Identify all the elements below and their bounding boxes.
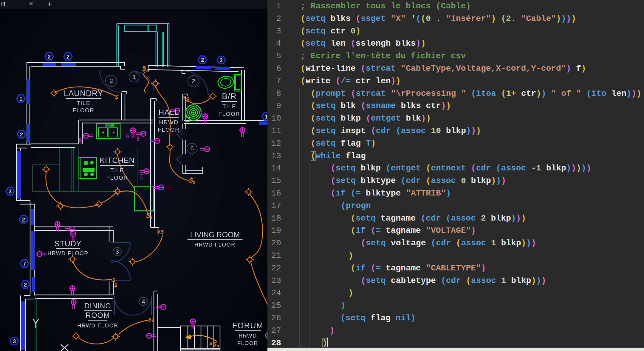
svg-text:$: $	[160, 229, 164, 235]
svg-text:149: 149	[136, 136, 140, 141]
svg-text:DINING: DINING	[84, 302, 111, 310]
svg-text:7: 7	[23, 261, 26, 267]
svg-text:2: 2	[201, 57, 204, 63]
svg-text:FLOOR: FLOOR	[219, 111, 240, 117]
svg-text:GFI: GFI	[126, 133, 129, 138]
svg-text:HRWD: HRWD	[239, 333, 257, 339]
svg-text:6: 6	[190, 145, 194, 152]
svg-text:ROOM: ROOM	[86, 311, 110, 319]
svg-text:FLOOR: FLOOR	[158, 127, 180, 133]
svg-text:TILE: TILE	[77, 100, 90, 106]
svg-text:2: 2	[24, 281, 27, 288]
svg-text:1: 1	[132, 73, 136, 80]
svg-text:HALL: HALL	[158, 108, 179, 117]
svg-text:t1: t1	[1, 1, 6, 7]
svg-text:$: $	[112, 277, 116, 283]
svg-text:3: 3	[13, 338, 16, 344]
svg-text:1: 1	[19, 96, 23, 102]
svg-text:$: $	[151, 318, 154, 322]
svg-text:HRWD: HRWD	[159, 119, 179, 125]
svg-text:$: $	[146, 211, 150, 219]
svg-text:2: 2	[220, 57, 223, 63]
svg-text:1: 1	[265, 113, 267, 120]
svg-text:149: 149	[140, 174, 143, 179]
svg-text:2: 2	[20, 131, 23, 138]
svg-text:3: 3	[115, 248, 119, 255]
svg-text:4: 4	[142, 298, 145, 305]
svg-text:LAUNDRY: LAUNDRY	[64, 89, 103, 98]
svg-text:HRWD FLOOR: HRWD FLOOR	[77, 323, 118, 329]
svg-text:$: $	[157, 229, 160, 234]
svg-text:KITCHEN: KITCHEN	[100, 156, 135, 165]
svg-text:3: 3	[9, 188, 12, 195]
svg-text:HRWD FLOOR: HRWD FLOOR	[194, 242, 236, 248]
svg-text:FORUM: FORUM	[232, 321, 263, 330]
svg-text:TILE: TILE	[222, 103, 236, 110]
svg-text:2: 2	[66, 53, 70, 60]
svg-text:$: $	[142, 64, 146, 73]
svg-text:$: $	[189, 176, 193, 184]
svg-text:STUDY: STUDY	[55, 239, 82, 248]
svg-text:$: $	[115, 94, 119, 100]
svg-text:TILE: TILE	[110, 167, 124, 173]
svg-text:+: +	[47, 0, 52, 8]
svg-text:2: 2	[109, 77, 113, 84]
svg-text:2: 2	[192, 78, 195, 84]
svg-text:3: 3	[146, 69, 148, 73]
svg-text:FLOOR: FLOOR	[237, 340, 258, 346]
svg-text:FLOOR: FLOOR	[106, 175, 128, 181]
svg-text:3: 3	[217, 344, 219, 348]
svg-text:$: $	[183, 95, 186, 100]
svg-text:GFI: GFI	[198, 119, 202, 124]
svg-text:$: $	[209, 341, 212, 347]
svg-text:$: $	[114, 282, 117, 288]
svg-text:×: ×	[29, 0, 33, 7]
svg-text:GFI: GFI	[79, 138, 82, 144]
svg-text:2: 2	[22, 216, 25, 223]
svg-text:$: $	[213, 341, 217, 347]
svg-text:FLOOR: FLOOR	[73, 107, 95, 113]
svg-text:3: 3	[150, 215, 152, 220]
svg-text:HRWD FLOOR: HRWD FLOOR	[47, 250, 89, 256]
svg-text:B/R: B/R	[222, 92, 237, 101]
svg-text:$: $	[148, 317, 151, 323]
svg-text:2: 2	[48, 53, 51, 60]
svg-text:LIVING ROOM: LIVING ROOM	[190, 230, 240, 239]
svg-text:3: 3	[193, 180, 195, 185]
